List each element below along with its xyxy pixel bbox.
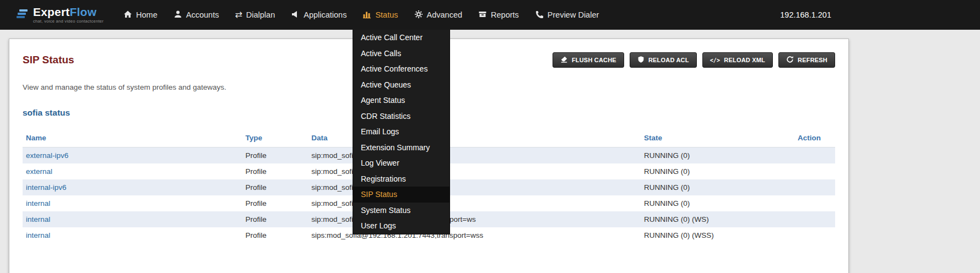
nav-item-status[interactable]: Status	[362, 10, 398, 20]
bar-chart-icon	[362, 10, 371, 20]
nav-label: Dialplan	[246, 10, 275, 19]
nav-label: Accounts	[186, 10, 219, 19]
profile-link[interactable]: external	[26, 167, 52, 176]
action-cell	[794, 163, 835, 179]
logo-bars-icon	[17, 8, 29, 22]
nav-item-accounts[interactable]: Accounts	[174, 10, 219, 20]
state-cell: RUNNING (0) (WSS)	[641, 227, 794, 243]
profile-link[interactable]: internal-ipv6	[26, 183, 67, 192]
refresh-button[interactable]: REFRESH	[778, 52, 835, 68]
gear-icon	[414, 10, 423, 20]
type-cell: Profile	[242, 211, 308, 227]
logo[interactable]: ExpertFlow chat, voice and video contact…	[17, 6, 104, 24]
toolbar: FLUSH CACHE RELOAD ACL </> RELOAD XML RE…	[553, 52, 835, 68]
type-cell: Profile	[242, 148, 308, 164]
menu-item-agent-status[interactable]: Agent Status	[353, 92, 450, 108]
speaker-icon	[291, 10, 300, 20]
nav-label: Status	[375, 10, 398, 19]
menu-item-active-call-center[interactable]: Active Call Center	[353, 30, 450, 46]
type-cell: Profile	[242, 179, 308, 195]
logo-text: ExpertFlow chat, voice and video contact…	[33, 6, 104, 24]
page-title: SIP Status	[23, 54, 74, 66]
navbar-inner: ExpertFlow chat, voice and video contact…	[0, 0, 840, 30]
nav-label: Advanced	[427, 10, 463, 19]
menu-item-email-logs[interactable]: Email Logs	[353, 124, 450, 140]
refresh-icon	[786, 56, 794, 64]
button-label: RELOAD XML	[724, 57, 765, 63]
person-icon	[174, 10, 182, 20]
reload-acl-button[interactable]: RELOAD ACL	[630, 52, 697, 68]
profile-link[interactable]: internal	[26, 215, 50, 223]
shield-icon	[637, 56, 645, 64]
main-nav: Home Accounts ⇄ Dialplan Applications St…	[123, 10, 615, 20]
menu-item-active-queues[interactable]: Active Queues	[353, 77, 450, 93]
server-ip: 192.168.1.201	[780, 10, 831, 19]
top-navbar: ExpertFlow chat, voice and video contact…	[0, 0, 980, 30]
column-header-type: Type	[242, 129, 308, 148]
nav-item-applications[interactable]: Applications	[291, 10, 346, 20]
nav-item-advanced[interactable]: Advanced	[414, 10, 463, 20]
menu-item-active-calls[interactable]: Active Calls	[353, 46, 450, 62]
phone-icon	[535, 10, 544, 20]
button-label: FLUSH CACHE	[572, 57, 616, 63]
type-cell: Profile	[242, 163, 308, 179]
menu-item-user-logs[interactable]: User Logs	[353, 218, 450, 234]
home-icon	[123, 10, 132, 20]
flush-cache-button[interactable]: FLUSH CACHE	[553, 52, 624, 68]
action-cell	[794, 195, 835, 211]
menu-item-sip-status[interactable]: SIP Status	[353, 187, 450, 203]
profile-link[interactable]: internal	[26, 231, 50, 239]
nav-label: Home	[136, 10, 158, 19]
brand-expert: Expert	[33, 6, 70, 18]
state-cell: RUNNING (0)	[641, 148, 794, 164]
nav-label: Applications	[304, 10, 346, 19]
reload-xml-button[interactable]: </> RELOAD XML	[702, 52, 773, 68]
code-icon: </>	[710, 57, 721, 63]
nav-item-dialplan[interactable]: ⇄ Dialplan	[235, 10, 275, 19]
nav-item-reports[interactable]: Reports	[478, 10, 519, 20]
nav-item-preview-dialer[interactable]: Preview Dialer	[535, 10, 599, 20]
nav-label: Preview Dialer	[548, 10, 599, 19]
eraser-icon	[560, 56, 568, 64]
column-header-name: Name	[23, 129, 242, 148]
menu-item-registrations[interactable]: Registrations	[353, 171, 450, 187]
menu-item-log-viewer[interactable]: Log Viewer	[353, 155, 450, 171]
column-header-state: State	[641, 129, 794, 148]
menu-item-system-status[interactable]: System Status	[353, 203, 450, 219]
action-cell	[794, 148, 835, 164]
action-cell	[794, 179, 835, 195]
swap-arrows-icon: ⇄	[235, 10, 242, 19]
action-cell	[794, 211, 835, 227]
type-cell: Profile	[242, 195, 308, 211]
logo-tagline: chat, voice and video contactcenter	[33, 19, 104, 24]
state-cell: RUNNING (0)	[641, 195, 794, 211]
menu-item-cdr-statistics[interactable]: CDR Statistics	[353, 108, 450, 124]
brand-flow: Flow	[70, 6, 97, 18]
profile-link[interactable]: internal	[26, 199, 50, 208]
nav-label: Reports	[491, 10, 519, 19]
menu-item-active-conferences[interactable]: Active Conferences	[353, 61, 450, 77]
archive-icon	[478, 10, 487, 20]
state-cell: RUNNING (0) (WS)	[641, 211, 794, 227]
status-dropdown-menu: Active Call Center Active Calls Active C…	[353, 30, 450, 234]
button-label: RELOAD ACL	[648, 57, 689, 63]
type-cell: Profile	[242, 227, 308, 243]
state-cell: RUNNING (0)	[641, 179, 794, 195]
nav-item-home[interactable]: Home	[123, 10, 158, 20]
profile-link[interactable]: external-ipv6	[26, 151, 68, 160]
menu-item-extension-summary[interactable]: Extension Summary	[353, 140, 450, 156]
button-label: REFRESH	[798, 57, 827, 63]
column-header-action: Action	[794, 129, 835, 148]
action-cell	[794, 227, 835, 243]
state-cell: RUNNING (0)	[641, 163, 794, 179]
